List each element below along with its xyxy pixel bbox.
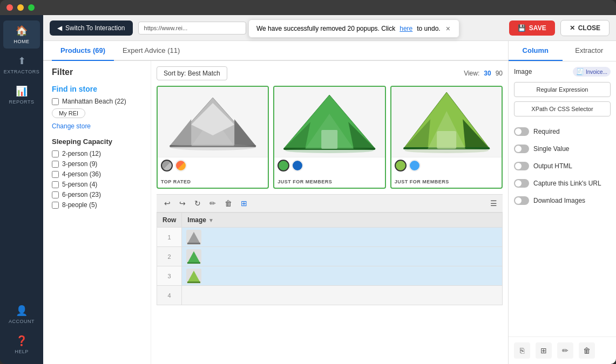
view-label: View: [464, 70, 479, 77]
product-badges-2: JUST FOR MEMBERS [274, 174, 384, 188]
panel-copy-icon-btn[interactable]: ⎘ [514, 342, 530, 359]
main-layout: 🏠 HOME ⬆ EXTRACTORS 📊 REPORTS 👤 ACCOUNT … [0, 15, 616, 364]
svg-marker-1 [170, 119, 191, 146]
toggle-download-images: Download Images [514, 194, 611, 207]
panel-delete-icon-btn[interactable]: 🗑 [579, 342, 595, 359]
filter-4person-checkbox[interactable] [52, 171, 59, 178]
invoice-icon: 🧾 [576, 68, 584, 75]
refresh-button[interactable]: ↻ [192, 198, 203, 209]
view-90[interactable]: 90 [496, 70, 503, 77]
toggle-output-html: Output HTML [514, 160, 611, 173]
toggle-capture-url-label: Capture this Link's URL [533, 180, 601, 187]
panel-table-icon-btn[interactable]: ⊞ [536, 342, 552, 359]
close-traffic-light[interactable] [6, 4, 13, 11]
toggle-download-images-switch[interactable] [514, 196, 529, 205]
table-row: 1 [157, 228, 503, 247]
swatch-green-2[interactable] [277, 160, 289, 171]
panel-tab-extractor[interactable]: Extractor [563, 41, 617, 61]
delete-button[interactable]: 🗑 [222, 198, 234, 209]
sidebar-item-extractors[interactable]: ⬆ EXTRACTORS [3, 51, 40, 79]
row-image-cell-4 [182, 286, 503, 305]
popup-message-suffix: to undo. [417, 25, 440, 32]
product-swatches-2 [274, 157, 384, 174]
view-30[interactable]: 30 [484, 70, 491, 77]
change-store-link[interactable]: Change store [52, 122, 142, 130]
swatch-blue-2[interactable] [292, 160, 303, 171]
panel-tab-column[interactable]: Column [509, 41, 563, 61]
sort-select[interactable]: Sort by: Best Match [157, 66, 227, 80]
panel-edit-icon-btn[interactable]: ✏ [557, 342, 573, 359]
filter-5person-checkbox[interactable] [52, 181, 59, 188]
right-panel: Column Extractor Image 🧾 Invoice... Regu… [508, 41, 616, 364]
regular-expression-button[interactable]: Regular Expression [514, 82, 611, 97]
filter-6person: 6-person (23) [52, 191, 142, 198]
product-badges-1: TOP RATED [158, 174, 268, 188]
toggle-capture-url-switch[interactable] [514, 179, 529, 188]
close-button[interactable]: ✕ CLOSE [560, 20, 610, 36]
filter-6person-checkbox[interactable] [52, 191, 59, 198]
undo-button[interactable]: ↩ [162, 198, 173, 209]
toggle-capture-url: Capture this Link's URL [514, 177, 611, 190]
tab-bar: Products (69) Expert Advice (11) [43, 41, 508, 61]
my-rei-badge[interactable]: My REI [52, 108, 85, 118]
product-cards: TOP RATED [157, 86, 503, 189]
product-image-1 [158, 87, 268, 157]
sidebar: 🏠 HOME ⬆ EXTRACTORS 📊 REPORTS 👤 ACCOUNT … [0, 15, 43, 364]
browser-and-panel: Products (69) Expert Advice (11) Filter … [43, 41, 616, 364]
swatch-blue-3[interactable] [409, 160, 421, 171]
svg-marker-16 [463, 119, 490, 149]
toggle-output-html-switch[interactable] [514, 162, 529, 170]
switch-to-interaction-button[interactable]: ◀ Switch To Interaction [50, 20, 133, 36]
filter-5person: 5-person (4) [52, 181, 142, 188]
product-badges-3: JUST FOR MEMBERS [391, 174, 502, 188]
table-row: 2 [157, 247, 503, 266]
popup-undo-link[interactable]: here [400, 25, 412, 32]
tab-products[interactable]: Products (69) [52, 41, 114, 61]
sidebar-item-reports[interactable]: 📊 REPORTS [3, 81, 40, 109]
sidebar-item-account[interactable]: 👤 ACCOUNT [3, 300, 40, 328]
product-swatches-1 [158, 157, 268, 174]
product-card-1[interactable]: TOP RATED [157, 86, 269, 189]
product-card-3[interactable]: JUST FOR MEMBERS [390, 86, 503, 189]
filter-2person: 2-person (12) [52, 150, 142, 157]
store-checkbox[interactable] [52, 98, 59, 105]
swatch-lime-3[interactable] [395, 160, 407, 171]
row-image-cell-3 [182, 266, 503, 286]
row-num-3: 3 [157, 266, 182, 286]
filter-8people-checkbox[interactable] [52, 202, 59, 209]
filter-2person-checkbox[interactable] [52, 150, 59, 157]
svg-marker-25 [187, 271, 200, 283]
redo-button[interactable]: ↪ [177, 198, 188, 209]
toggle-required: Required [514, 125, 611, 138]
product-image-3 [391, 87, 502, 157]
toggle-single-value-switch[interactable] [514, 145, 529, 153]
save-icon: 💾 [518, 24, 526, 32]
sidebar-item-help[interactable]: ❓ HELP [3, 331, 40, 359]
edit-pencil-button[interactable]: ✏ [207, 198, 218, 209]
extractor-table-area: ↩ ↪ ↻ ✏ 🗑 ⊞ ☰ [157, 194, 503, 305]
row-image-cell-2 [182, 247, 503, 266]
home-icon: 🏠 [16, 25, 28, 37]
filter-8people: 8-people (5) [52, 201, 142, 209]
toggle-required-switch[interactable] [514, 127, 529, 136]
xpath-css-button[interactable]: XPath Or CSS Selector [514, 101, 611, 116]
app-window: 🏠 HOME ⬆ EXTRACTORS 📊 REPORTS 👤 ACCOUNT … [0, 0, 616, 364]
minimize-traffic-light[interactable] [17, 4, 24, 11]
col-header-row: Row [157, 213, 182, 228]
tab-expert-advice[interactable]: Expert Advice (11) [114, 41, 188, 61]
badge-1: TOP RATED [161, 179, 191, 184]
popup-close-button[interactable]: × [445, 24, 451, 33]
swatch-orange-1[interactable] [175, 160, 187, 171]
save-button[interactable]: 💾 SAVE [509, 20, 555, 36]
swatch-gray-1[interactable] [161, 160, 173, 171]
url-bar[interactable]: https://www.rei... [138, 22, 246, 35]
sidebar-item-home[interactable]: 🏠 HOME [3, 20, 40, 49]
maximize-traffic-light[interactable] [28, 4, 35, 11]
table-menu-button[interactable]: ☰ [490, 199, 497, 208]
sidebar-account-label: ACCOUNT [9, 319, 35, 324]
columns-button[interactable]: ⊞ [239, 198, 249, 209]
product-card-2[interactable]: JUST FOR MEMBERS [273, 86, 385, 189]
sleeping-capacity-title: Sleeping Capacity [52, 138, 142, 146]
filter-3person-checkbox[interactable] [52, 161, 59, 168]
sidebar-home-label: HOME [14, 39, 30, 44]
